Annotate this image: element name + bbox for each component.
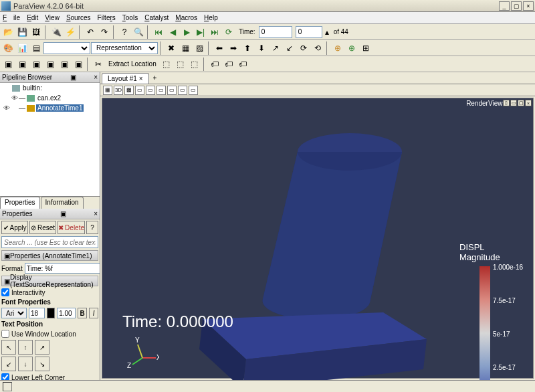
apply-button[interactable]: ✔ Apply [1,221,28,234]
format-input[interactable] [25,263,100,274]
render-view[interactable]: RenderView1 ▯ ▭ ▢ × Time: 0.000000 [102,98,534,379]
help-button[interactable]: ? [86,221,98,234]
rotate-cw-icon[interactable]: ⟳ [297,41,310,55]
search-input[interactable] [1,236,98,248]
menu-macros[interactable]: Macros [175,14,197,21]
axes-x-icon[interactable]: ✖ [165,41,178,55]
camera-plusx-icon[interactable]: ⬅ [213,41,226,55]
minimize-button[interactable]: _ [499,1,510,11]
time-value-input[interactable] [259,26,292,38]
font-color-button[interactable] [47,308,55,318]
color-legend[interactable]: DISPL Magnitude 1.000e-16 7.5e-17 5e-17 … [459,242,520,380]
layout-add-button[interactable]: + [149,73,161,83]
font-size-input[interactable] [29,308,45,318]
vcr-prev-icon[interactable]: ◀ [166,25,179,39]
tag2-icon[interactable]: 🏷 [222,58,235,71]
tree-item-builtin[interactable]: builtin: [0,83,100,93]
pos-lc-button[interactable]: ↓ [18,357,33,371]
time-annotation[interactable]: Time: 0.000000 [122,312,233,331]
vcr-next-icon[interactable]: ▶| [194,25,207,39]
maximize-view-icon[interactable]: ▢ [518,100,524,106]
tab-properties[interactable]: Properties [0,197,40,209]
visibility-icon[interactable]: 👁 [11,94,19,102]
pipeline-browser[interactable]: builtin: 👁 — can.ex2 👁 — AnnotateTime1 [0,83,100,197]
layout-tab-1[interactable]: Layout #1 × [102,73,149,84]
filter-cube4-icon[interactable]: ▣ [43,58,57,71]
use-window-checkbox[interactable] [1,330,9,338]
vt-sel1-icon[interactable]: ▭ [135,86,144,95]
reset-button[interactable]: ⊘ Reset [29,221,56,234]
delete-button[interactable]: ✖ Delete [58,221,85,234]
font-family-select[interactable]: Arial [1,308,27,318]
close-view-icon[interactable]: × [525,100,532,106]
sel2-icon[interactable]: ⬚ [174,58,187,71]
camera-minusx-icon[interactable]: ➡ [227,41,240,55]
zoom-to-data-icon[interactable]: ⊕ [345,41,358,55]
camera-minusy-icon[interactable]: ⬇ [255,41,268,55]
pipeline-undock-icon[interactable]: ▣ [70,74,76,81]
reset-camera-icon[interactable]: ⊕ [331,41,344,55]
sel1-icon[interactable]: ⬚ [160,58,173,71]
find-data-icon[interactable]: 🔍 [132,25,145,39]
vt-surf-icon[interactable]: ▩ [124,86,134,95]
vt-3d-icon[interactable]: 3D [114,86,123,95]
font-opacity-input[interactable] [57,308,76,318]
menu-sources[interactable]: Sources [66,14,91,21]
bold-button[interactable]: B [78,308,87,318]
filter-cube3-icon[interactable]: ▣ [29,58,43,71]
rescale-icon[interactable]: 📊 [15,41,29,55]
tree-item-annotatetime[interactable]: 👁 — AnnotateTime1 [0,103,100,113]
properties-close-icon[interactable]: × [94,210,98,217]
pipeline-close-icon[interactable]: × [94,74,98,81]
vcr-last-icon[interactable]: ⏭ [208,25,221,39]
tab-information[interactable]: Information [41,197,84,209]
menu-view[interactable]: View [45,14,60,21]
redo-icon[interactable]: ↷ [98,25,111,39]
vcr-first-icon[interactable]: ⏮ [152,25,165,39]
maximize-button[interactable]: ▢ [511,1,522,11]
vcr-play-icon[interactable]: ▶ [180,25,193,39]
camera-plusz-icon[interactable]: ↗ [269,41,282,55]
vt-sel3-icon[interactable]: ▭ [156,86,166,95]
disconnect-icon[interactable]: ⚡ [64,25,77,39]
vt-sel2-icon[interactable]: ▭ [146,86,155,95]
sel3-icon[interactable]: ⬚ [188,58,201,71]
open-icon[interactable]: 📂 [1,25,15,39]
axes-custom-icon[interactable]: ▨ [193,41,206,55]
filter-cube5-icon[interactable]: ▣ [58,58,71,71]
menu-catalyst[interactable]: Catalyst [144,14,169,21]
menu-filters[interactable]: Filters [98,14,116,21]
rotate-ccw-icon[interactable]: ⟲ [311,41,324,55]
scalar-bar-icon[interactable]: ▤ [29,41,43,55]
connect-icon[interactable]: 🔌 [49,25,63,39]
vt-sel5-icon[interactable]: ▭ [178,86,187,95]
help-icon[interactable]: ? [118,25,131,39]
filter-cube6-icon[interactable]: ▣ [72,58,85,71]
section-display[interactable]: ▣ Display (TextSourceRepresentation) [1,276,98,286]
color-by-icon[interactable]: 🎨 [1,41,15,55]
vcr-loop-icon[interactable]: ⟳ [222,25,235,39]
solid-color-select[interactable] [43,42,90,54]
extract-location-icon[interactable]: ✂ [92,58,105,71]
tree-item-can[interactable]: 👁 — can.ex2 [0,93,100,103]
camera-minusz-icon[interactable]: ↙ [283,41,296,55]
split-v-icon[interactable]: ▭ [510,100,517,106]
visibility-icon[interactable]: 👁 [3,104,11,112]
spinner-up-icon[interactable]: ▴ [323,25,331,39]
undo-icon[interactable]: ↶ [84,25,97,39]
time-frame-input[interactable] [296,26,322,38]
menu-file[interactable]: File [3,14,20,21]
interactivity-checkbox[interactable] [1,288,9,296]
tag3-icon[interactable]: 🏷 [236,58,249,71]
representation-select[interactable]: Representation [91,42,158,54]
camera-plusy-icon[interactable]: ⬆ [241,41,254,55]
tag1-icon[interactable]: 🏷 [208,58,221,71]
vt-sel6-icon[interactable]: ▭ [189,86,198,95]
menu-edit[interactable]: Edit [27,14,38,21]
pos-lr-button[interactable]: ↘ [35,357,49,371]
pos-ul-button[interactable]: ↖ [1,340,16,355]
pos-ur-button[interactable]: ↗ [35,340,49,355]
zoom-box-icon[interactable]: ⊞ [359,41,372,55]
menu-help[interactable]: Help [204,14,218,21]
vt-sel4-icon[interactable]: ▭ [167,86,177,95]
